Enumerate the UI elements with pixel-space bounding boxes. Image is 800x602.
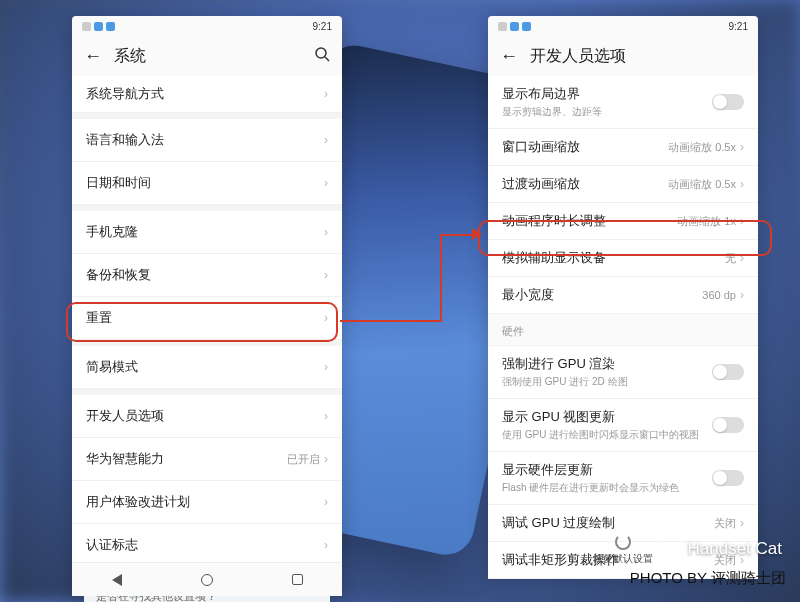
row-datetime[interactable]: 日期和时间 › (72, 162, 342, 205)
row-layout-bounds[interactable]: 显示布局边界 显示剪辑边界、边距等 (488, 76, 758, 129)
chevron-right-icon: › (740, 516, 744, 530)
row-transition-anim[interactable]: 过渡动画缩放 动画缩放 0.5x› (488, 166, 758, 203)
camera-icon (660, 538, 682, 560)
phone-screen-developer: 9:21 ← 开发人员选项 显示布局边界 显示剪辑边界、边距等 窗口动画缩放 动… (488, 16, 758, 574)
row-animator-duration[interactable]: 动画程序时长调整 动画缩放 1x› (488, 203, 758, 240)
row-developer-options[interactable]: 开发人员选项 › (72, 395, 342, 438)
toggle[interactable] (712, 417, 744, 433)
status-time: 9:21 (313, 21, 332, 32)
status-time: 9:21 (729, 21, 748, 32)
chevron-right-icon: › (324, 311, 328, 325)
navigation-bar (72, 562, 342, 596)
annotation-arrow (340, 320, 440, 322)
row-hw-layer-update[interactable]: 显示硬件层更新 Flash 硬件层在进行更新时会显示为绿色 (488, 452, 758, 505)
status-icons-left (82, 22, 115, 31)
row-ux-plan[interactable]: 用户体验改进计划 › (72, 481, 342, 524)
header: ← 开发人员选项 (488, 36, 758, 76)
chevron-right-icon: › (740, 251, 744, 265)
header: ← 系统 (72, 36, 342, 76)
back-icon[interactable]: ← (500, 46, 518, 67)
toggle[interactable] (712, 364, 744, 380)
status-bar: 9:21 (72, 16, 342, 36)
page-title: 系统 (114, 46, 302, 67)
row-simulate-secondary[interactable]: 模拟辅助显示设备 无› (488, 240, 758, 277)
back-icon[interactable]: ← (84, 46, 102, 67)
svg-point-0 (316, 48, 326, 58)
chevron-right-icon: › (324, 495, 328, 509)
row-reset[interactable]: 重置 › (72, 297, 342, 340)
chevron-right-icon: › (324, 452, 328, 466)
chevron-right-icon: › (324, 409, 328, 423)
chevron-right-icon: › (740, 288, 744, 302)
row-simple-mode[interactable]: 简易模式 › (72, 346, 342, 389)
chevron-right-icon: › (324, 225, 328, 239)
row-cert[interactable]: 认证标志 › (72, 524, 342, 567)
reset-spinner: 恢复默认设置 (593, 534, 653, 566)
nav-back-icon[interactable] (112, 574, 122, 586)
row-phone-clone[interactable]: 手机克隆 › (72, 211, 342, 254)
section-hardware: 硬件 (488, 314, 758, 345)
chevron-right-icon: › (324, 268, 328, 282)
chevron-right-icon: › (740, 177, 744, 191)
row-huawei-ability[interactable]: 华为智慧能力 已开启 › (72, 438, 342, 481)
row-window-anim[interactable]: 窗口动画缩放 动画缩放 0.5x› (488, 129, 758, 166)
row-force-gpu[interactable]: 强制进行 GPU 渲染 强制使用 GPU 进行 2D 绘图 (488, 345, 758, 399)
photo-credit: PHOTO BY 评测骑士团 (630, 569, 786, 588)
row-language[interactable]: 语言和输入法 › (72, 119, 342, 162)
annotation-arrow (440, 234, 474, 236)
nav-home-icon[interactable] (201, 574, 213, 586)
chevron-right-icon: › (324, 360, 328, 374)
annotation-arrow (440, 234, 442, 322)
chevron-right-icon: › (740, 140, 744, 154)
chevron-right-icon: › (324, 538, 328, 552)
search-icon[interactable] (314, 46, 330, 66)
svg-line-1 (325, 57, 329, 61)
chevron-right-icon: › (324, 87, 328, 101)
row-min-width[interactable]: 最小宽度 360 dp› (488, 277, 758, 314)
chevron-right-icon: › (740, 214, 744, 228)
row-nav-style[interactable]: 系统导航方式 › (72, 76, 342, 113)
annotation-arrow-head (472, 228, 482, 240)
phone-screen-system: 9:21 ← 系统 系统导航方式 › 语言和输入法 › 日期和时间 › 手机克隆… (72, 16, 342, 596)
nav-recent-icon[interactable] (292, 574, 303, 585)
status-bar: 9:21 (488, 16, 758, 36)
chevron-right-icon: › (324, 133, 328, 147)
watermark: Handset Cat (660, 538, 783, 560)
toggle[interactable] (712, 470, 744, 486)
toggle[interactable] (712, 94, 744, 110)
loading-icon (615, 534, 631, 550)
status-icons-left (498, 22, 531, 31)
page-title: 开发人员选项 (530, 46, 746, 67)
row-backup[interactable]: 备份和恢复 › (72, 254, 342, 297)
row-gpu-view-update[interactable]: 显示 GPU 视图更新 使用 GPU 进行绘图时闪烁显示窗口中的视图 (488, 399, 758, 452)
chevron-right-icon: › (324, 176, 328, 190)
